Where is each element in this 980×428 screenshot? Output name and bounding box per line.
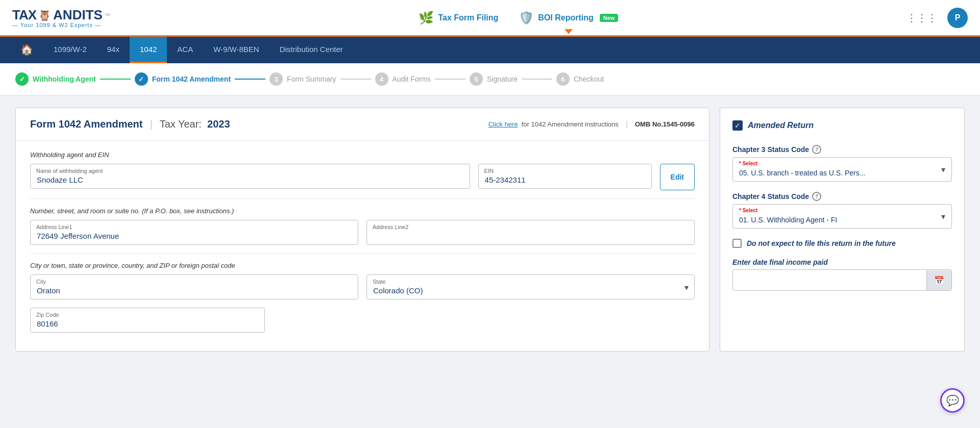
chapter4-help-icon[interactable]: ?: [812, 192, 821, 201]
logo-andits: ANDITS: [53, 7, 103, 23]
edit-button[interactable]: Edit: [660, 164, 695, 190]
instructions-link[interactable]: Click here: [488, 120, 518, 128]
date-input[interactable]: [733, 270, 926, 290]
header-nav: 🌿 Tax Form Filing 🛡️ BOI Reporting New: [131, 11, 906, 25]
logo-tm: ™: [105, 12, 110, 18]
step-form-amendment[interactable]: ✓ Form 1042 Amendment: [135, 72, 231, 86]
step-line-3: [340, 79, 371, 80]
no-future-checkbox[interactable]: [732, 239, 742, 248]
tax-filing-nav[interactable]: 🌿 Tax Form Filing: [419, 11, 498, 25]
nav-aca[interactable]: ACA: [167, 37, 203, 63]
grid-icon[interactable]: ⋮⋮⋮: [906, 12, 937, 24]
step-checkout[interactable]: 6 Checkout: [556, 72, 604, 86]
ein-input[interactable]: [478, 164, 652, 189]
step-line-1: [100, 79, 131, 80]
step-signature[interactable]: 5 Signature: [470, 72, 518, 86]
tax-filing-icon: 🌿: [419, 11, 434, 25]
form-header: Form 1042 Amendment | Tax Year: 2023 Cli…: [16, 108, 709, 141]
nav-1099[interactable]: 1099/W-2: [43, 37, 97, 63]
amended-label: Amended Return: [748, 121, 814, 130]
zip-group: Zip Code: [30, 308, 265, 333]
step2-circle: ✓: [135, 72, 148, 86]
state-group: State Colorado (CO) ▾: [366, 274, 695, 299]
logo: TAX 🦉 ANDITS ™ — Your 1099 & W2 Experts …: [12, 7, 110, 28]
nav-bar: 🏠 1099/W-2 94x 1042 ACA W-9/W-8BEN Distr…: [0, 37, 980, 63]
date-label: Enter date final income paid: [732, 258, 952, 266]
boi-label: BOI Reporting: [538, 13, 593, 22]
chapter3-select[interactable]: 05. U.S. branch - treated as U.S. Pers..…: [733, 158, 951, 181]
step-line-2: [235, 79, 265, 80]
section1-fields: Name of withholding agent EIN Edit: [30, 164, 695, 190]
no-future-group: Do not expect to file this return in the…: [732, 239, 952, 248]
form-title-sep: |: [150, 118, 152, 130]
form-year: Tax Year: 2023: [160, 118, 230, 130]
step2-label: Form 1042 Amendment: [152, 75, 231, 83]
divider-1: [30, 198, 695, 199]
main-content: Form 1042 Amendment | Tax Year: 2023 Cli…: [0, 95, 980, 364]
chapter4-group: Chapter 4 Status Code ? * Select 01. U.S…: [732, 192, 952, 229]
ein-group: EIN: [478, 164, 652, 190]
steps-bar: ✓ Withholding Agent ✓ Form 1042 Amendmen…: [0, 63, 980, 95]
nav-94x[interactable]: 94x: [97, 37, 130, 63]
step4-circle: 4: [375, 72, 388, 86]
date-input-wrap: 📅: [732, 269, 952, 291]
new-badge: New: [600, 14, 619, 22]
section3-label: City or town, state or province, country…: [30, 262, 695, 269]
section3-fields: City State Colorado (CO) ▾: [30, 274, 695, 299]
chapter3-group: Chapter 3 Status Code ? * Select 05. U.S…: [732, 145, 952, 182]
agent-name-input[interactable]: [30, 164, 470, 189]
nav-1042[interactable]: 1042: [130, 37, 167, 63]
tax-year-label: Tax Year:: [160, 118, 202, 130]
nav-w9[interactable]: W-9/W-8BEN: [203, 37, 269, 63]
tax-year-value: 2023: [207, 118, 230, 130]
form-body: Withholding agent and EIN Name of withho…: [16, 141, 709, 351]
address1-group: Address Line1: [30, 220, 358, 245]
city-group: City: [30, 274, 358, 299]
chapter3-label: Chapter 3 Status Code ?: [732, 145, 952, 154]
step1-circle: ✓: [15, 72, 29, 86]
tax-filing-label: Tax Form Filing: [438, 13, 498, 22]
omb-number: OMB No.1545-0096: [635, 120, 695, 128]
address2-input[interactable]: [366, 220, 695, 245]
section3-zip-row: Zip Code: [30, 308, 265, 333]
no-future-label: Do not expect to file this return in the…: [747, 239, 896, 247]
logo-tax: TAX: [12, 7, 36, 23]
step-form-summary[interactable]: 3 Form Summary: [270, 72, 336, 86]
divider-2: [30, 253, 695, 254]
zip-input[interactable]: [30, 308, 265, 333]
step-withholding-agent[interactable]: ✓ Withholding Agent: [15, 72, 96, 86]
chapter4-req-label: * Select: [739, 208, 757, 213]
step-audit-forms[interactable]: 4 Audit Forms: [375, 72, 431, 86]
nav-triangle: [565, 29, 573, 34]
city-input[interactable]: [30, 274, 358, 299]
amended-return-group: ✓ Amended Return: [732, 120, 952, 131]
calendar-icon[interactable]: 📅: [926, 270, 951, 290]
boi-reporting-nav[interactable]: 🛡️ BOI Reporting New: [519, 11, 618, 25]
chapter4-select[interactable]: 01. U.S. Withholding Agent - FI: [733, 205, 951, 228]
section1-label: Withholding agent and EIN: [30, 151, 695, 159]
step6-label: Checkout: [574, 75, 604, 83]
form-title: Form 1042 Amendment: [30, 118, 142, 130]
step-line-4: [435, 79, 465, 80]
amended-checkbox[interactable]: ✓: [732, 120, 743, 131]
step1-label: Withholding Agent: [33, 75, 96, 83]
chapter3-help-icon[interactable]: ?: [812, 145, 821, 154]
step3-label: Form Summary: [287, 75, 336, 83]
nav-home[interactable]: 🏠: [10, 37, 43, 63]
chapter4-select-wrapper: * Select 01. U.S. Withholding Agent - FI…: [732, 204, 952, 229]
form-panel: Form 1042 Amendment | Tax Year: 2023 Cli…: [15, 108, 709, 351]
right-panel: ✓ Amended Return Chapter 3 Status Code ?…: [720, 108, 965, 351]
address2-group: Address Line2: [366, 220, 695, 245]
app-header: TAX 🦉 ANDITS ™ — Your 1099 & W2 Experts …: [0, 0, 980, 37]
boi-icon: 🛡️: [519, 11, 534, 25]
avatar[interactable]: P: [947, 8, 968, 28]
chapter3-select-wrapper: * Select 05. U.S. branch - treated as U.…: [732, 157, 952, 182]
agent-name-group: Name of withholding agent: [30, 164, 470, 190]
state-select[interactable]: Colorado (CO): [366, 274, 695, 299]
instructions-suffix: for 1042 Amendment instructions: [522, 120, 619, 128]
chapter3-req-label: * Select: [739, 161, 757, 166]
step4-label: Audit Forms: [393, 75, 431, 83]
address1-input[interactable]: [30, 220, 358, 245]
logo-subtitle: — Your 1099 & W2 Experts —: [12, 22, 110, 28]
nav-distribution-center[interactable]: Distribution Center: [270, 37, 353, 63]
